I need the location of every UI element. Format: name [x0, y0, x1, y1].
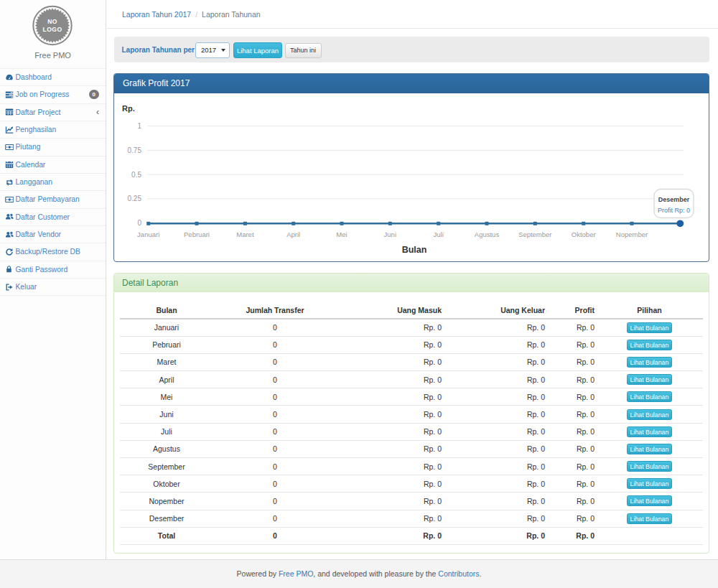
svg-text:Juli: Juli	[434, 230, 444, 238]
svg-text:Rp.: Rp.	[122, 104, 135, 113]
svg-text:September: September	[518, 230, 551, 238]
svg-text:Desember: Desember	[658, 196, 690, 203]
svg-text:LOGO: LOGO	[42, 26, 62, 33]
svg-text:0.25: 0.25	[128, 195, 142, 202]
svg-text:Oktober: Oktober	[572, 230, 596, 238]
svg-text:Maret: Maret	[236, 230, 254, 238]
svg-text:Nopember: Nopember	[616, 230, 648, 238]
svg-text:April: April	[286, 230, 300, 238]
svg-text:Profit Rp: 0: Profit Rp: 0	[658, 207, 690, 214]
svg-text:1: 1	[137, 122, 141, 130]
svg-text:0: 0	[137, 219, 141, 227]
svg-text:NO: NO	[47, 18, 57, 25]
svg-text:0.5: 0.5	[131, 171, 141, 179]
svg-text:Januari: Januari	[137, 230, 159, 238]
svg-text:0.75: 0.75	[128, 146, 142, 154]
svg-text:Mei: Mei	[336, 230, 347, 238]
svg-text:Pebruari: Pebruari	[184, 230, 210, 238]
svg-text:Bulan: Bulan	[402, 245, 427, 255]
svg-text:Juni: Juni	[384, 230, 396, 238]
svg-text:Agustus: Agustus	[475, 230, 500, 238]
